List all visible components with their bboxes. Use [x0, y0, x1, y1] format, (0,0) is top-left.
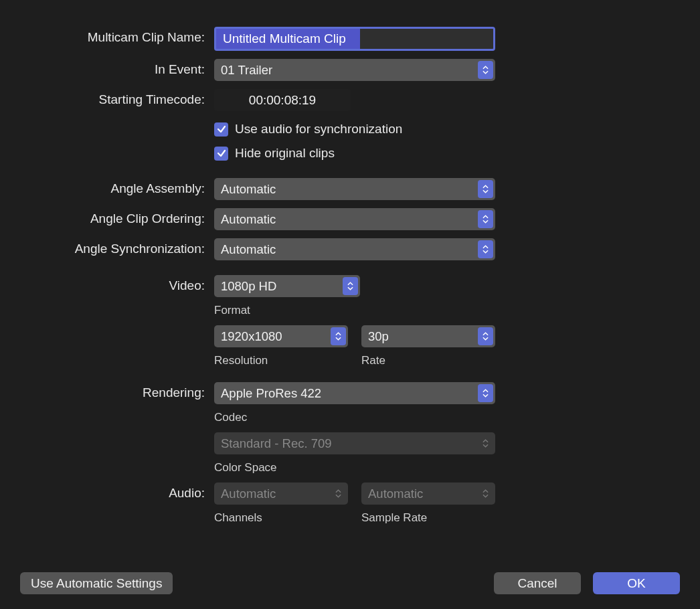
- select-chevrons-icon: [478, 61, 493, 79]
- angle-assembly-value: Automatic: [221, 182, 276, 197]
- hide-original-label: Hide original clips: [235, 146, 335, 161]
- select-chevrons-icon: [478, 210, 493, 228]
- checkbox-checked-icon: [214, 147, 228, 161]
- video-rate-select[interactable]: 30p: [361, 325, 495, 347]
- select-chevrons-icon: [331, 327, 346, 345]
- audio-channels-value: Automatic: [221, 487, 276, 501]
- video-resolution-value: 1920x1080: [221, 329, 282, 344]
- angle-sync-label: Angle Synchronization:: [20, 238, 214, 256]
- cancel-button[interactable]: Cancel: [494, 572, 581, 594]
- angle-sync-value: Automatic: [221, 242, 276, 257]
- angle-clip-ordering-value: Automatic: [221, 212, 276, 227]
- starting-timecode-label: Starting Timecode:: [20, 89, 214, 107]
- audio-samplerate-select: Automatic: [361, 483, 495, 505]
- color-space-sublabel: Color Space: [214, 461, 680, 474]
- hide-original-checkbox[interactable]: Hide original clips: [214, 143, 680, 163]
- video-format-sublabel: Format: [214, 304, 680, 317]
- select-chevrons-icon: [478, 180, 493, 198]
- video-rate-sublabel: Rate: [361, 354, 495, 367]
- angle-sync-select[interactable]: Automatic: [214, 238, 495, 260]
- angle-clip-ordering-select[interactable]: Automatic: [214, 208, 495, 230]
- ok-button[interactable]: OK: [593, 572, 680, 594]
- color-space-value: Standard - Rec. 709: [221, 436, 332, 451]
- rendering-label: Rendering:: [20, 382, 214, 400]
- ok-label: OK: [627, 576, 645, 591]
- audio-samplerate-sublabel: Sample Rate: [361, 511, 495, 525]
- starting-timecode-input[interactable]: 00:00:08:19: [214, 89, 351, 111]
- starting-timecode-value: 00:00:08:19: [249, 93, 316, 108]
- clip-name-label: Multicam Clip Name:: [20, 27, 214, 45]
- select-chevrons-icon: [478, 327, 493, 345]
- video-resolution-sublabel: Resolution: [214, 354, 348, 367]
- select-chevrons-icon: [478, 240, 493, 258]
- select-chevrons-icon: [343, 277, 358, 295]
- cancel-label: Cancel: [517, 576, 557, 591]
- in-event-select[interactable]: 01 Trailer: [214, 59, 495, 81]
- use-automatic-settings-button[interactable]: Use Automatic Settings: [20, 572, 173, 594]
- color-space-select: Standard - Rec. 709: [214, 432, 495, 454]
- clip-name-input[interactable]: [214, 27, 495, 51]
- use-audio-sync-label: Use audio for synchronization: [235, 122, 402, 137]
- angle-assembly-select[interactable]: Automatic: [214, 178, 495, 200]
- codec-value: Apple ProRes 422: [221, 386, 321, 401]
- use-audio-sync-checkbox[interactable]: Use audio for synchronization: [214, 119, 680, 139]
- codec-select[interactable]: Apple ProRes 422: [214, 382, 495, 404]
- checkbox-checked-icon: [214, 122, 228, 137]
- video-format-select[interactable]: 1080p HD: [214, 275, 360, 297]
- audio-channels-select: Automatic: [214, 483, 348, 505]
- use-automatic-settings-label: Use Automatic Settings: [31, 576, 162, 591]
- audio-channels-sublabel: Channels: [214, 511, 348, 525]
- select-chevrons-icon: [478, 384, 493, 402]
- audio-label: Audio:: [20, 483, 214, 501]
- in-event-label: In Event:: [20, 59, 214, 77]
- angle-clip-ordering-label: Angle Clip Ordering:: [20, 208, 214, 226]
- select-chevrons-icon: [478, 434, 493, 452]
- select-chevrons-icon: [478, 485, 493, 503]
- video-label: Video:: [20, 275, 214, 293]
- audio-samplerate-value: Automatic: [368, 487, 423, 501]
- angle-assembly-label: Angle Assembly:: [20, 178, 214, 196]
- codec-sublabel: Codec: [214, 411, 680, 424]
- select-chevrons-icon: [331, 485, 346, 503]
- video-format-value: 1080p HD: [221, 279, 276, 294]
- video-rate-value: 30p: [368, 329, 389, 344]
- in-event-value: 01 Trailer: [221, 63, 272, 78]
- video-resolution-select[interactable]: 1920x1080: [214, 325, 348, 347]
